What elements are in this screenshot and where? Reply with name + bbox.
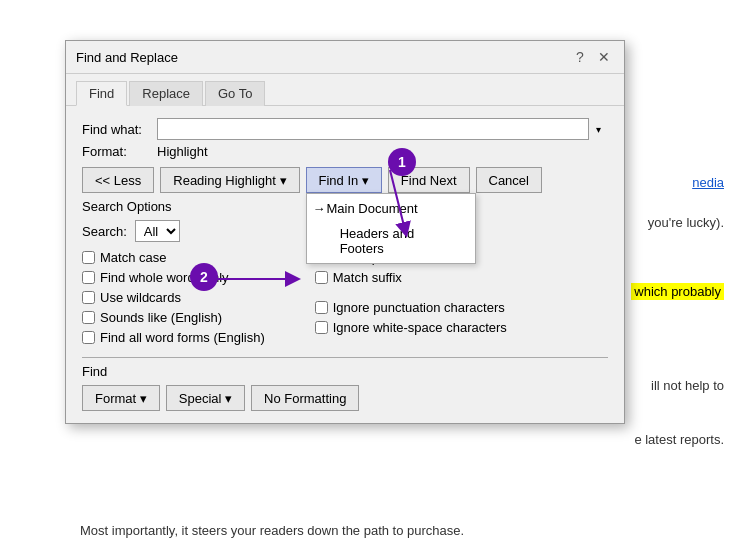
dialog-body: Find what: ▾ Format: Highlight << Less R…: [66, 106, 624, 423]
reading-highlight-button[interactable]: Reading Highlight ▾: [160, 167, 299, 193]
less-button[interactable]: << Less: [82, 167, 154, 193]
option-ignore-punctuation: Ignore punctuation characters: [315, 300, 507, 315]
word-forms-checkbox[interactable]: [82, 331, 95, 344]
option-word-forms: Find all word forms (English): [82, 330, 265, 345]
search-select[interactable]: All: [135, 220, 180, 242]
special-button[interactable]: Special ▾: [166, 385, 245, 411]
ignore-whitespace-checkbox[interactable]: [315, 321, 328, 334]
whole-words-checkbox[interactable]: [82, 271, 95, 284]
search-label: Search:: [82, 224, 127, 239]
sounds-like-checkbox[interactable]: [82, 311, 95, 324]
find-what-row: Find what: ▾: [82, 118, 608, 140]
match-case-label: Match case: [100, 250, 166, 265]
svg-line-0: [390, 170, 405, 230]
find-section: Find Format ▾ Special ▾ No Formatting: [82, 357, 608, 411]
format-value: Highlight: [157, 144, 208, 159]
doc-link-text: nedia: [692, 175, 724, 190]
option-match-suffix: Match suffix: [315, 270, 507, 285]
format-button[interactable]: Format ▾: [82, 385, 160, 411]
cancel-button[interactable]: Cancel: [476, 167, 542, 193]
doc-text-3: ill not help to: [651, 378, 724, 393]
wildcards-label: Use wildcards: [100, 290, 181, 305]
find-what-label: Find what:: [82, 122, 157, 137]
find-section-label: Find: [82, 364, 608, 379]
title-bar: Find and Replace ? ✕: [66, 41, 624, 74]
options-right-col: Match prefix Match suffix Ignore punctua…: [315, 250, 507, 345]
ignore-whitespace-label: Ignore white-space characters: [333, 320, 507, 335]
close-button[interactable]: ✕: [594, 47, 614, 67]
tabs-area: Find Replace Go To: [66, 74, 624, 106]
option-wildcards: Use wildcards: [82, 290, 265, 305]
annotation-arrow-1: [350, 130, 430, 250]
find-bottom-buttons: Format ▾ Special ▾ No Formatting: [82, 385, 608, 411]
option-sounds-like: Sounds like (English): [82, 310, 265, 325]
tab-replace[interactable]: Replace: [129, 81, 203, 106]
doc-link: nedia: [692, 175, 724, 190]
doc-text-1: you're lucky).: [648, 215, 724, 230]
doc-bottom-text: Most importantly, it steers your readers…: [80, 523, 464, 538]
option-match-case: Match case: [82, 250, 265, 265]
ignore-punctuation-checkbox[interactable]: [315, 301, 328, 314]
dialog-title: Find and Replace: [76, 50, 178, 65]
main-button-row: << Less Reading Highlight ▾ Find In ▾ Ma…: [82, 167, 608, 193]
ignore-punctuation-label: Ignore punctuation characters: [333, 300, 505, 315]
options-left-col: Match case Find whole words only Use wil…: [82, 250, 265, 345]
option-ignore-whitespace: Ignore white-space characters: [315, 320, 507, 335]
wildcards-checkbox[interactable]: [82, 291, 95, 304]
doc-text-2: which probably: [631, 283, 724, 300]
annotation-arrow-2: [198, 271, 318, 291]
find-input-dropdown-btn[interactable]: ▾: [588, 118, 608, 140]
tab-find[interactable]: Find: [76, 81, 127, 106]
match-suffix-label: Match suffix: [333, 270, 402, 285]
match-case-checkbox[interactable]: [82, 251, 95, 264]
doc-text-4: e latest reports.: [634, 432, 724, 447]
no-formatting-button[interactable]: No Formatting: [251, 385, 359, 411]
find-replace-dialog: Find and Replace ? ✕ Find Replace Go To …: [65, 40, 625, 424]
format-label: Format:: [82, 144, 157, 159]
title-bar-controls: ? ✕: [570, 47, 614, 67]
help-button[interactable]: ?: [570, 47, 590, 67]
format-row: Format: Highlight: [82, 144, 608, 159]
word-forms-label: Find all word forms (English): [100, 330, 265, 345]
options-grid: Match case Find whole words only Use wil…: [82, 250, 608, 345]
sounds-like-label: Sounds like (English): [100, 310, 222, 325]
tab-goto[interactable]: Go To: [205, 81, 265, 106]
